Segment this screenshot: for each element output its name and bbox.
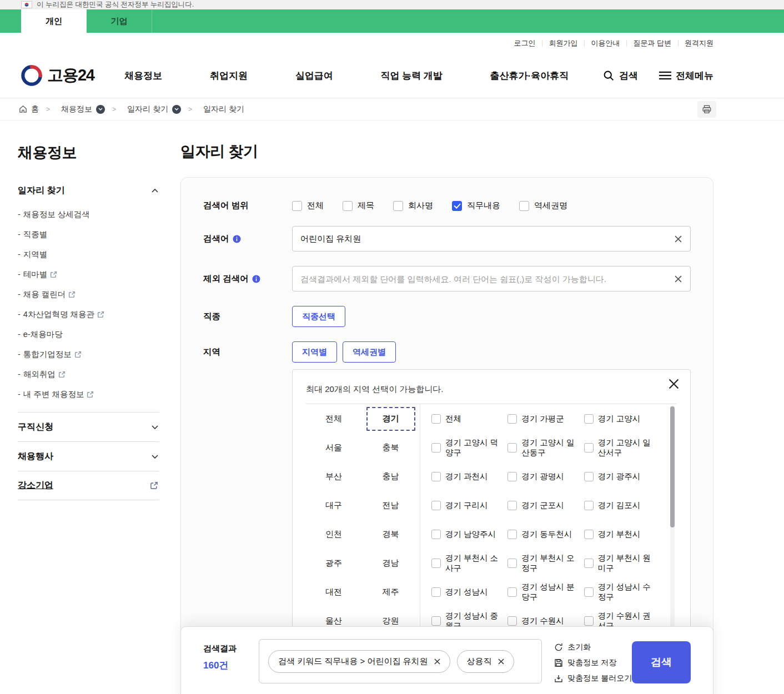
sido-item[interactable]: 제주 xyxy=(361,577,420,606)
district-option[interactable]: 경기 부천시 원미구 xyxy=(584,549,660,577)
keyword-input[interactable] xyxy=(292,226,691,252)
sidebar-subitem[interactable]: 직종별 xyxy=(18,224,159,244)
district-option[interactable]: 경기 가평군 xyxy=(507,404,584,433)
sido-item[interactable]: 충남 xyxy=(361,462,420,491)
filter-tag-remove-button[interactable] xyxy=(498,658,504,665)
scope-option[interactable]: 역세권명 xyxy=(519,200,567,211)
scope-option[interactable]: 회사명 xyxy=(393,200,433,211)
district-option[interactable]: 경기 과천시 xyxy=(431,462,507,491)
sidebar-subitem[interactable]: 테마별 xyxy=(18,264,159,284)
reset-button[interactable]: 초기화 xyxy=(554,642,632,652)
nav-item[interactable]: 출산휴가·육아휴직 xyxy=(490,69,569,82)
breadcrumb-item[interactable]: 일자리 찾기 xyxy=(181,104,244,114)
utility-link[interactable]: 원격지원 xyxy=(678,38,713,48)
checkbox[interactable] xyxy=(452,201,462,211)
sido-item[interactable]: 대전 xyxy=(306,577,361,606)
checkbox[interactable] xyxy=(584,616,594,626)
district-option[interactable]: 경기 성남시 xyxy=(431,577,507,606)
checkbox[interactable] xyxy=(343,201,353,211)
checkbox[interactable] xyxy=(507,587,517,597)
sidebar-subitem[interactable]: 통합기업정보 xyxy=(18,344,159,364)
sidebar-subitem[interactable]: 내 주변 채용정보 xyxy=(18,384,159,404)
district-option[interactable]: 경기 성남시 분당구 xyxy=(507,577,584,606)
checkbox[interactable] xyxy=(584,587,594,597)
search-submit-button[interactable]: 검색 xyxy=(632,641,691,683)
checkbox[interactable] xyxy=(584,443,594,452)
breadcrumb-item[interactable]: 일자리 찾기 xyxy=(105,104,181,114)
district-option[interactable]: 경기 남양주시 xyxy=(431,520,507,549)
print-button[interactable] xyxy=(697,101,716,118)
checkbox[interactable] xyxy=(507,559,517,568)
checkbox[interactable] xyxy=(431,501,441,510)
audience-tab[interactable]: 기업 xyxy=(87,9,152,33)
checkbox[interactable] xyxy=(431,472,441,481)
exclude-input[interactable] xyxy=(292,266,691,291)
district-option[interactable]: 경기 군포시 xyxy=(507,491,584,520)
checkbox[interactable] xyxy=(584,472,594,481)
sido-item[interactable]: 충북 xyxy=(361,433,420,462)
sidebar-group-small-giants[interactable]: 강소기업 xyxy=(18,471,159,500)
sidebar-subitem[interactable]: 지역별 xyxy=(18,244,159,264)
utility-link[interactable]: 이용안내 xyxy=(584,38,626,48)
district-option[interactable]: 경기 성남시 수정구 xyxy=(584,577,660,606)
breadcrumb-dropdown-toggle[interactable] xyxy=(172,105,181,114)
checkbox[interactable] xyxy=(431,616,441,626)
tab-by-region[interactable]: 지역별 xyxy=(292,341,337,363)
district-option[interactable]: 경기 광명시 xyxy=(507,462,584,491)
checkbox[interactable] xyxy=(431,443,441,452)
header-search-button[interactable]: 검색 xyxy=(603,69,638,82)
sidebar-group-job-apply[interactable]: 구직신청 xyxy=(18,412,159,441)
scrollbar-thumb[interactable] xyxy=(670,406,675,527)
checkbox[interactable] xyxy=(393,201,403,211)
district-option[interactable]: 경기 고양시 덕양구 xyxy=(431,433,507,462)
save-preferences-button[interactable]: 맞춤정보 저장 xyxy=(554,658,632,668)
sido-item[interactable]: 전남 xyxy=(361,491,420,520)
utility-link[interactable]: 회원가입 xyxy=(542,38,584,48)
scope-option[interactable]: 직무내용 xyxy=(452,200,500,211)
checkbox[interactable] xyxy=(431,530,441,539)
district-option[interactable]: 경기 구리시 xyxy=(431,491,507,520)
checkbox[interactable] xyxy=(292,201,302,211)
district-option[interactable]: 경기 고양시 xyxy=(584,404,660,433)
info-icon[interactable] xyxy=(233,235,241,243)
checkbox[interactable] xyxy=(431,559,441,568)
district-option[interactable]: 전체 xyxy=(431,404,507,433)
breadcrumb-dropdown-toggle[interactable] xyxy=(96,105,105,114)
load-preferences-button[interactable]: 맞춤정보 불러오기 xyxy=(554,673,632,683)
checkbox[interactable] xyxy=(507,472,517,481)
district-option[interactable]: 경기 김포시 xyxy=(584,491,660,520)
checkbox[interactable] xyxy=(507,443,517,452)
all-menu-button[interactable]: 전체메뉴 xyxy=(659,69,713,82)
filter-tag-remove-button[interactable] xyxy=(434,658,440,665)
checkbox[interactable] xyxy=(507,501,517,510)
region-panel-close-button[interactable] xyxy=(669,379,679,391)
sido-item[interactable]: 전체 xyxy=(306,404,361,433)
utility-link[interactable]: 질문과 답변 xyxy=(626,38,678,48)
district-option[interactable]: 경기 고양시 일산서구 xyxy=(584,433,660,462)
audience-tab[interactable]: 개인 xyxy=(21,9,87,33)
sido-item[interactable]: 부산 xyxy=(306,462,361,491)
checkbox[interactable] xyxy=(507,414,517,424)
jobtype-select-button[interactable]: 직종선택 xyxy=(292,306,345,327)
nav-item[interactable]: 취업지원 xyxy=(210,69,248,82)
nav-item[interactable]: 직업 능력 개발 xyxy=(380,69,442,82)
breadcrumb-item[interactable]: 채용정보 xyxy=(39,104,105,114)
checkbox[interactable] xyxy=(431,414,441,424)
sidebar-subitem[interactable]: 4차산업혁명 채용관 xyxy=(18,304,159,324)
sidebar-subitem[interactable]: 채용정보 상세검색 xyxy=(18,204,159,224)
logo[interactable]: 고용24 xyxy=(21,64,94,87)
district-option[interactable]: 경기 부천시 xyxy=(584,520,660,549)
checkbox[interactable] xyxy=(584,559,594,568)
sidebar-subitem[interactable]: e-채용마당 xyxy=(18,324,159,344)
sidebar-subitem[interactable]: 해외취업 xyxy=(18,364,159,384)
sido-item[interactable]: 경북 xyxy=(361,520,420,549)
sido-item[interactable]: 광주 xyxy=(306,549,361,577)
info-icon[interactable] xyxy=(252,275,260,283)
checkbox[interactable] xyxy=(584,530,594,539)
district-option[interactable]: 경기 동두천시 xyxy=(507,520,584,549)
checkbox[interactable] xyxy=(507,530,517,539)
tab-by-station[interactable]: 역세권별 xyxy=(343,341,396,363)
sido-item[interactable]: 인천 xyxy=(306,520,361,549)
sido-item[interactable]: 경기 xyxy=(361,404,420,433)
sidebar-subitem[interactable]: 채용 캘린더 xyxy=(18,284,159,304)
